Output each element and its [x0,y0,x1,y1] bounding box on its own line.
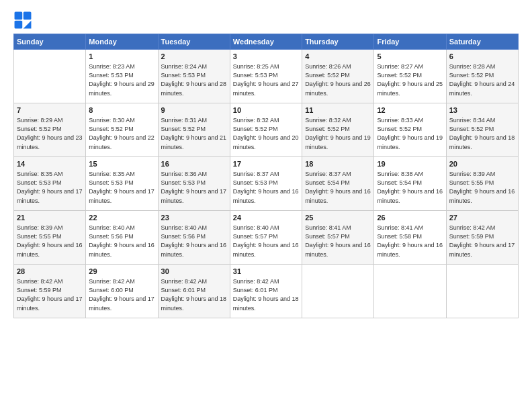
day-number: 21 [17,213,83,223]
calendar-cell: 17Sunrise: 8:37 AM Sunset: 5:53 PM Dayli… [230,157,302,211]
calendar-cell: 27Sunrise: 8:42 AM Sunset: 5:59 PM Dayli… [446,211,518,265]
day-detail: Sunrise: 8:41 AM Sunset: 5:57 PM Dayligh… [305,224,371,259]
calendar-header: SundayMondayTuesdayWednesdayThursdayFrid… [14,34,519,50]
day-number: 3 [233,52,299,62]
weekday-header-row: SundayMondayTuesdayWednesdayThursdayFrid… [14,34,519,50]
page: SundayMondayTuesdayWednesdayThursdayFrid… [0,0,532,411]
weekday-header-tuesday: Tuesday [158,34,230,50]
day-detail: Sunrise: 8:23 AM Sunset: 5:53 PM Dayligh… [89,62,154,97]
calendar-cell: 23Sunrise: 8:40 AM Sunset: 5:56 PM Dayli… [158,211,230,265]
day-number: 17 [233,159,299,169]
day-detail: Sunrise: 8:35 AM Sunset: 5:53 PM Dayligh… [17,170,83,205]
day-detail: Sunrise: 8:32 AM Sunset: 5:52 PM Dayligh… [305,116,371,151]
calendar-week-2: 7Sunrise: 8:29 AM Sunset: 5:52 PM Daylig… [14,103,519,157]
day-detail: Sunrise: 8:30 AM Sunset: 5:52 PM Dayligh… [89,116,154,151]
day-detail: Sunrise: 8:26 AM Sunset: 5:52 PM Dayligh… [305,62,371,97]
day-number: 8 [89,105,154,116]
day-detail: Sunrise: 8:42 AM Sunset: 5:59 PM Dayligh… [17,277,83,312]
calendar-cell: 24Sunrise: 8:40 AM Sunset: 5:57 PM Dayli… [230,211,302,265]
day-number: 7 [17,105,83,116]
day-number: 29 [89,267,154,277]
calendar-cell: 26Sunrise: 8:41 AM Sunset: 5:58 PM Dayli… [374,211,446,265]
weekday-header-monday: Monday [86,34,158,50]
calendar-cell: 11Sunrise: 8:32 AM Sunset: 5:52 PM Dayli… [302,103,374,157]
day-number: 28 [17,267,83,277]
calendar-cell [14,50,86,103]
weekday-header-thursday: Thursday [302,34,374,50]
day-number: 12 [377,105,443,116]
day-detail: Sunrise: 8:32 AM Sunset: 5:52 PM Dayligh… [233,116,299,151]
calendar-cell: 15Sunrise: 8:35 AM Sunset: 5:53 PM Dayli… [86,157,158,211]
day-number: 25 [305,213,371,223]
weekday-header-wednesday: Wednesday [230,34,302,50]
day-number: 31 [233,267,299,277]
calendar-cell: 22Sunrise: 8:40 AM Sunset: 5:56 PM Dayli… [86,211,158,265]
calendar-cell [302,265,374,318]
day-number: 6 [449,52,515,62]
calendar-week-3: 14Sunrise: 8:35 AM Sunset: 5:53 PM Dayli… [14,157,519,211]
day-number: 30 [161,267,227,277]
day-detail: Sunrise: 8:29 AM Sunset: 5:52 PM Dayligh… [17,116,83,151]
logo [13,11,35,30]
calendar-cell: 1Sunrise: 8:23 AM Sunset: 5:53 PM Daylig… [86,50,158,103]
day-number: 15 [89,159,154,169]
day-detail: Sunrise: 8:34 AM Sunset: 5:52 PM Dayligh… [449,116,515,151]
weekday-header-saturday: Saturday [446,34,518,50]
day-number: 26 [377,213,443,223]
weekday-header-sunday: Sunday [14,34,86,50]
day-number: 27 [449,213,515,223]
calendar-cell: 25Sunrise: 8:41 AM Sunset: 5:57 PM Dayli… [302,211,374,265]
calendar-cell: 4Sunrise: 8:26 AM Sunset: 5:52 PM Daylig… [302,50,374,103]
day-number: 2 [161,52,227,62]
day-detail: Sunrise: 8:39 AM Sunset: 5:55 PM Dayligh… [449,170,515,205]
calendar-cell: 28Sunrise: 8:42 AM Sunset: 5:59 PM Dayli… [14,265,86,318]
day-number: 22 [89,213,154,223]
day-detail: Sunrise: 8:37 AM Sunset: 5:54 PM Dayligh… [305,170,371,205]
day-detail: Sunrise: 8:36 AM Sunset: 5:53 PM Dayligh… [161,170,227,205]
calendar-cell: 2Sunrise: 8:24 AM Sunset: 5:53 PM Daylig… [158,50,230,103]
day-number: 23 [161,213,227,223]
header [13,11,519,30]
day-number: 20 [449,159,515,169]
logo-icon [13,11,32,30]
calendar-cell: 7Sunrise: 8:29 AM Sunset: 5:52 PM Daylig… [14,103,86,157]
svg-marker-3 [24,21,32,29]
weekday-header-friday: Friday [374,34,446,50]
calendar-cell [374,265,446,318]
svg-rect-2 [15,21,23,29]
day-number: 24 [233,213,299,223]
calendar-cell: 9Sunrise: 8:31 AM Sunset: 5:52 PM Daylig… [158,103,230,157]
day-number: 13 [449,105,515,116]
day-number: 10 [233,105,299,116]
calendar-week-5: 28Sunrise: 8:42 AM Sunset: 5:59 PM Dayli… [14,265,519,318]
calendar-cell: 6Sunrise: 8:28 AM Sunset: 5:52 PM Daylig… [446,50,518,103]
day-detail: Sunrise: 8:28 AM Sunset: 5:52 PM Dayligh… [449,62,515,97]
svg-rect-0 [15,12,23,20]
day-detail: Sunrise: 8:33 AM Sunset: 5:52 PM Dayligh… [377,116,443,151]
day-detail: Sunrise: 8:27 AM Sunset: 5:52 PM Dayligh… [377,62,443,97]
calendar-cell: 20Sunrise: 8:39 AM Sunset: 5:55 PM Dayli… [446,157,518,211]
day-number: 1 [89,52,154,62]
day-number: 16 [161,159,227,169]
calendar-body: 1Sunrise: 8:23 AM Sunset: 5:53 PM Daylig… [14,50,519,318]
day-number: 11 [305,105,371,116]
calendar-cell: 31Sunrise: 8:42 AM Sunset: 6:01 PM Dayli… [230,265,302,318]
day-detail: Sunrise: 8:42 AM Sunset: 6:01 PM Dayligh… [233,277,299,312]
calendar-cell: 29Sunrise: 8:42 AM Sunset: 6:00 PM Dayli… [86,265,158,318]
calendar-cell: 30Sunrise: 8:42 AM Sunset: 6:01 PM Dayli… [158,265,230,318]
day-detail: Sunrise: 8:40 AM Sunset: 5:56 PM Dayligh… [161,224,227,259]
calendar-cell: 13Sunrise: 8:34 AM Sunset: 5:52 PM Dayli… [446,103,518,157]
day-number: 9 [161,105,227,116]
day-detail: Sunrise: 8:41 AM Sunset: 5:58 PM Dayligh… [377,224,443,259]
day-detail: Sunrise: 8:24 AM Sunset: 5:53 PM Dayligh… [161,62,227,97]
day-number: 18 [305,159,371,169]
day-detail: Sunrise: 8:40 AM Sunset: 5:57 PM Dayligh… [233,224,299,259]
day-number: 14 [17,159,83,169]
day-number: 5 [377,52,443,62]
day-number: 4 [305,52,371,62]
day-detail: Sunrise: 8:42 AM Sunset: 5:59 PM Dayligh… [449,224,515,259]
day-number: 19 [377,159,443,169]
day-detail: Sunrise: 8:31 AM Sunset: 5:52 PM Dayligh… [161,116,227,151]
day-detail: Sunrise: 8:25 AM Sunset: 5:53 PM Dayligh… [233,62,299,97]
calendar-cell: 10Sunrise: 8:32 AM Sunset: 5:52 PM Dayli… [230,103,302,157]
